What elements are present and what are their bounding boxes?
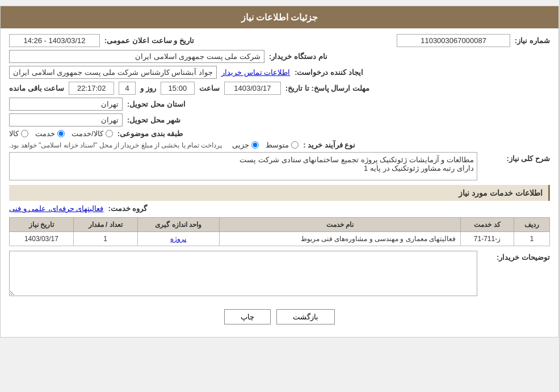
footer-buttons: بازگشت چاپ: [9, 302, 550, 331]
col-namKhadamat: نام خدمت: [219, 218, 460, 232]
radio-motavasset-input[interactable]: [291, 141, 299, 149]
col-tedad: تعداد / مقدار: [73, 218, 137, 232]
radio-khadamat-input[interactable]: [57, 130, 65, 137]
توضیحات-container: [9, 251, 477, 298]
mohlatErsal-label: مهلت ارسال پاسخ: تا تاریخ:: [285, 84, 369, 92]
col-tarikh: تاریخ نیاز: [10, 218, 74, 232]
sharhKolliNiaz-label: شرح کلی نیاز:: [482, 154, 550, 163]
iejadKonande-value: جواد آبشناس کارشناس شرکت ملی پست جمهوری …: [9, 66, 217, 79]
shomareNiaz-value: 1103003067000087: [397, 34, 510, 47]
radio-motavasset-label: متوسط: [266, 141, 289, 149]
tabaghe-label: طبقه بندی موضوعی:: [117, 129, 183, 138]
row-iejadKonande: ایجاد کننده درخواست: اطلاعات تماس خریدار…: [9, 66, 550, 79]
sharhKolliNiaz-box: مطالعات و آزمایشات ژئوتکنیک پروژه تجمیع …: [9, 152, 477, 180]
sharhKolliNiaz-line2: دارای رتبه مشاور ژئوتکنیک در پایه 1: [12, 164, 474, 172]
cell-tarikh: 1403/03/17: [10, 232, 74, 246]
radio-kala-khadamat-input[interactable]: [106, 130, 113, 137]
tabaghe-radiogroup: کالا/خدمت خدمت کالا: [9, 129, 113, 138]
groohKhadamat-value[interactable]: فعالیتهای حرفه‌ای، علمی و فنی: [9, 204, 103, 213]
ettelaatTamas-link[interactable]: اطلاعات تماس خریدار: [221, 68, 290, 77]
ettelaatKhadamat-header: اطلاعات خدمات مورد نیاز: [9, 185, 550, 201]
noeFarayand-radiogroup: متوسط جزیی: [232, 141, 299, 149]
radio-kala-label: کالا: [9, 129, 19, 138]
radio-jozii-input[interactable]: [251, 141, 259, 149]
saat-value: 15:00: [161, 82, 195, 95]
noeFarayand-label: نوع فرآیند خرید :: [303, 141, 355, 149]
noeFarayand-note: پرداخت تمام یا بخشی از مبلغ خریدار از مح…: [9, 141, 222, 149]
radio-jozii: جزیی: [232, 141, 259, 149]
shomareNiaz-label: شماره نیاز:: [515, 36, 550, 45]
back-button[interactable]: بازگشت: [276, 309, 335, 324]
cell-vahed: پروژه: [137, 232, 219, 246]
main-content: شماره نیاز: 1103003067000087 تاریخ و ساع…: [1, 28, 558, 337]
radio-khadamat: خدمت: [35, 129, 65, 138]
iejadKonande-label: ایجاد کننده درخواست:: [295, 68, 363, 77]
page-wrapper: جزئیات اطلاعات نیاز شماره نیاز: 11030030…: [0, 6, 559, 338]
print-button[interactable]: چاپ: [224, 309, 271, 324]
page-title: جزئیات اطلاعات نیاز: [241, 12, 318, 22]
date-value: 1403/03/17: [224, 82, 281, 95]
rooz-value: 4: [119, 82, 136, 95]
ostan-value: تهران: [9, 98, 123, 111]
saat-label: ساعت: [199, 84, 220, 92]
cell-tedad: 1: [73, 232, 137, 246]
radio-kala: کالا: [9, 129, 28, 138]
baghimande-value: 22:17:02: [69, 82, 114, 95]
radio-kala-input[interactable]: [21, 130, 28, 137]
sharhKolliNiaz-line1: مطالعات و آزمایشات ژئوتکنیک پروژه تجمیع …: [12, 155, 474, 164]
row-groohKhadamat: گروه خدمت: فعالیتهای حرفه‌ای، علمی و فنی: [9, 204, 550, 213]
row-ostan: استان محل تحویل: تهران: [9, 98, 550, 111]
توضیحات-label: توضیحات خریدار:: [482, 253, 550, 262]
row-shomareNiaz: شماره نیاز: 1103003067000087 تاریخ و ساع…: [9, 34, 550, 47]
services-table: ردیف کد خدمت نام خدمت واحد اندازه گیری ت…: [9, 217, 550, 246]
col-radif: ردیف: [514, 218, 550, 232]
ettelaatKhadamat-label: اطلاعات خدمات مورد نیاز: [459, 188, 543, 197]
row-tabaghe: طبقه بندی موضوعی: کالا/خدمت خدمت کالا: [9, 129, 550, 138]
tarikh-label: تاریخ و ساعت اعلان عمومی:: [104, 36, 194, 45]
row-noeFarayand: نوع فرآیند خرید : متوسط جزیی پرداخت تمام…: [9, 141, 550, 149]
col-vahed: واحد اندازه گیری: [137, 218, 219, 232]
baghimande-label: ساعت باقی مانده: [9, 84, 64, 92]
radio-motavasset: متوسط: [266, 141, 299, 149]
radio-kala-khadamat-label: کالا/خدمت: [72, 129, 103, 138]
page-header: جزئیات اطلاعات نیاز: [1, 6, 558, 28]
radio-jozii-label: جزیی: [232, 141, 249, 149]
radio-kala-khadamat: کالا/خدمت: [72, 129, 113, 138]
row-namDasgah: نام دستگاه خریدار: شرکت ملی پست جمهوری ا…: [9, 50, 550, 63]
namDasgah-label: نام دستگاه خریدار:: [269, 52, 327, 61]
shahr-label: شهر محل تحویل:: [127, 116, 180, 124]
tarikh-value: 1403/03/12 - 14:26: [9, 34, 100, 47]
table-row: 1 ز-711-71 فعالیتهای معماری و مهندسی و م…: [10, 232, 550, 246]
row-sharhKolli: شرح کلی نیاز: مطالعات و آزمایشات ژئوتکنی…: [9, 152, 550, 180]
col-kodKhadamat: کد خدمت: [460, 218, 514, 232]
row-توضیحات: توضیحات خریدار:: [9, 251, 550, 298]
cell-namKhadamat: فعالیتهای معماری و مهندسی و مشاوره‌های ف…: [219, 232, 460, 246]
rooz-label: روز و: [140, 84, 156, 92]
row-mohlatErsal: مهلت ارسال پاسخ: تا تاریخ: 1403/03/17 سا…: [9, 82, 550, 95]
cell-radif: 1: [514, 232, 550, 246]
radio-khadamat-label: خدمت: [35, 129, 55, 138]
row-shahr: شهر محل تحویل: تهران: [9, 113, 550, 127]
cell-kodKhadamat: ز-711-71: [460, 232, 514, 246]
shahr-value: تهران: [9, 113, 123, 127]
namDasgah-value: شرکت ملی پست جمهوری اسلامی ایران: [9, 50, 264, 63]
توضیحات-textarea[interactable]: [9, 251, 477, 296]
groohKhadamat-label: گروه خدمت:: [108, 204, 147, 213]
ostan-label: استان محل تحویل:: [127, 100, 186, 108]
